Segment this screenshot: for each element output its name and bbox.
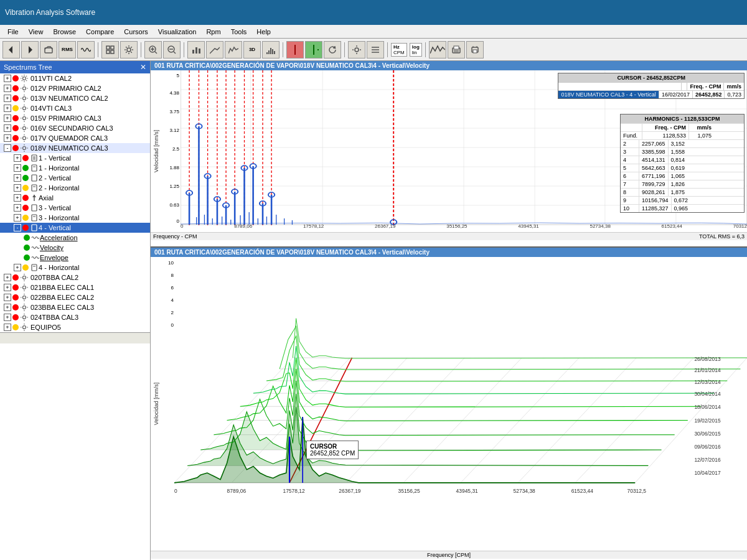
status-dot-2v <box>22 175 29 181</box>
menu-cursors[interactable]: Cursors <box>119 27 153 37</box>
tree-item-018v[interactable]: - 018V NEUMATICO CAL3 <box>0 143 150 153</box>
waterfall-bottom-bar: Frequency [CPM] <box>151 551 747 559</box>
tree-item-2h[interactable]: + 2 - Horizontal <box>0 183 150 193</box>
settings-button[interactable] <box>348 41 365 58</box>
sidebar-close-button[interactable]: ✕ <box>140 63 146 72</box>
add-cursor-button[interactable] <box>305 41 322 58</box>
tree-item-020tbba[interactable]: + 020TBBA CAL2 <box>0 273 150 282</box>
expand-020tbba[interactable]: + <box>4 274 11 281</box>
tree-item-2v[interactable]: + 2 - Vertical <box>0 173 150 183</box>
tree-item-015v[interactable]: + 015V PRIMARIO CAL3 <box>0 113 150 123</box>
zoom-in-button[interactable] <box>144 41 162 58</box>
tree-item-016v[interactable]: + 016V SECUNDARIO CAL3 <box>0 123 150 133</box>
svg-text:52734,38: 52734,38 <box>514 488 535 494</box>
tree-item-3h[interactable]: + 3 - Horizontal <box>0 213 150 223</box>
expand-016v[interactable]: + <box>4 124 11 132</box>
label-4h: 4 - Horizontal <box>39 264 79 271</box>
expand-011vti[interactable]: + <box>4 75 11 82</box>
expand-1v[interactable]: + <box>14 154 21 162</box>
tree-item-023bba[interactable]: + 023BBA ELEC CAL3 <box>0 302 150 312</box>
expand-4v[interactable]: - <box>14 224 21 231</box>
tree-item-veloc[interactable]: Velocity <box>0 243 150 253</box>
tree-item-1h[interactable]: + 1 - Horizontal <box>0 163 150 173</box>
expand-021bba[interactable]: + <box>4 284 11 291</box>
menu-visualization[interactable]: Visualization <box>153 27 202 37</box>
expand-2v[interactable]: + <box>14 174 21 182</box>
tree-item-4h[interactable]: + 4 - Horizontal <box>0 263 150 273</box>
zoom-out-button[interactable] <box>163 41 181 58</box>
tree-item-012v[interactable]: + 012V PRIMARIO CAL2 <box>0 83 150 93</box>
3d-spectrum-button[interactable]: 3D <box>243 41 261 58</box>
expand-equipo5[interactable]: + <box>4 324 11 331</box>
label-2h: 2 - Horizontal <box>39 184 79 192</box>
expand-013v[interactable]: + <box>4 95 11 102</box>
tree-item-021bba[interactable]: + 021BBA ELEC CAL1 <box>0 282 150 292</box>
svg-rect-60 <box>32 225 37 231</box>
tree-item-3v[interactable]: + 3 - Vertical <box>0 203 150 213</box>
menu-file[interactable]: File <box>2 27 24 37</box>
cursor-active-button[interactable] <box>286 41 304 58</box>
print-preview-button[interactable] <box>448 41 465 58</box>
expand-015v[interactable]: + <box>4 114 11 122</box>
print-button[interactable] <box>466 41 484 58</box>
tree-item-accel[interactable]: Acceleration <box>0 233 150 243</box>
menu-compare[interactable]: Compare <box>81 27 119 37</box>
expand-024tbba[interactable]: + <box>4 314 11 321</box>
expand-1h[interactable]: + <box>14 164 21 172</box>
tree-item-017v[interactable]: + 017V QUEMADOR CAL3 <box>0 133 150 143</box>
refresh-button[interactable] <box>324 41 341 58</box>
tree-item-envel[interactable]: Envelope <box>0 253 150 263</box>
wave-display-button[interactable] <box>429 41 446 58</box>
sidebar-title: Spectrums Tree <box>4 63 52 71</box>
tree-item-equipo5[interactable]: + EQUIPO5 <box>0 322 150 332</box>
expand-axial[interactable]: + <box>14 194 21 202</box>
expand-022bba[interactable]: + <box>4 294 11 301</box>
bar-spectrum-button[interactable] <box>187 41 205 58</box>
svg-rect-15 <box>192 50 194 54</box>
tree-item-014vti[interactable]: + 014VTI CAL3 <box>0 103 150 113</box>
tree-item-024tbba[interactable]: + 024TBBA CAL3 <box>0 312 150 322</box>
tree-item-011vti[interactable]: + 011VTI CAL2 <box>0 73 150 83</box>
hz-cpm-toggle[interactable]: Hz CPM <box>391 43 407 57</box>
gear-button[interactable] <box>120 41 138 58</box>
menu-view[interactable]: View <box>24 27 49 37</box>
rms-button[interactable]: RMS <box>59 41 76 58</box>
line-spectrum-button[interactable] <box>206 41 223 58</box>
menu-rpm[interactable]: Rpm <box>201 27 225 37</box>
wave-button[interactable] <box>77 41 95 58</box>
spectral-button[interactable] <box>262 41 280 58</box>
label-accel[interactable]: Acceleration <box>40 234 78 241</box>
expand-2h[interactable]: + <box>14 184 21 192</box>
env-spectrum-button[interactable] <box>225 41 242 58</box>
svg-text:19/02/2015: 19/02/2015 <box>694 418 721 424</box>
expand-4h[interactable]: + <box>14 264 21 271</box>
menu-tools[interactable]: Tools <box>226 27 252 37</box>
forward-button[interactable] <box>21 41 39 58</box>
expand-3h[interactable]: + <box>14 214 21 222</box>
tree-item-axial[interactable]: + Axial <box>0 193 150 203</box>
svg-rect-35 <box>473 50 477 53</box>
spectrum-x-axis-label: Frequency - CPM <box>153 233 197 240</box>
tree-item-1v[interactable]: + 1 - Vertical <box>0 153 150 163</box>
expand-014vti[interactable]: + <box>4 105 11 112</box>
open-button[interactable] <box>40 41 57 58</box>
expand-023bba[interactable]: + <box>4 304 11 311</box>
expand-017v[interactable]: + <box>4 134 11 142</box>
label-veloc[interactable]: Velocity <box>40 244 63 251</box>
menu-browse[interactable]: Browse <box>48 27 81 37</box>
sidebar-scrollbar[interactable] <box>0 332 150 343</box>
expand-3v[interactable]: + <box>14 204 21 212</box>
tree-item-013v[interactable]: + 013V NEUMATICO CAL2 <box>0 93 150 103</box>
tree-item-022bba[interactable]: + 022BBA ELEC CAL2 <box>0 292 150 302</box>
label-envel[interactable]: Envelope <box>40 254 68 261</box>
expand-012v[interactable]: + <box>4 85 11 92</box>
cursor-freq-header: Freq. - CPM <box>687 83 724 90</box>
expand-018v[interactable]: - <box>4 144 11 152</box>
tree-item-4v[interactable]: - 4 - Vertical <box>0 223 150 233</box>
back-button[interactable] <box>2 41 20 58</box>
log-lin-toggle[interactable]: log lin <box>410 43 422 57</box>
config2-button[interactable] <box>367 41 384 58</box>
properties-button[interactable] <box>101 41 119 58</box>
x-label-1: 8789,06 <box>234 223 252 232</box>
menu-help[interactable]: Help <box>251 27 276 37</box>
